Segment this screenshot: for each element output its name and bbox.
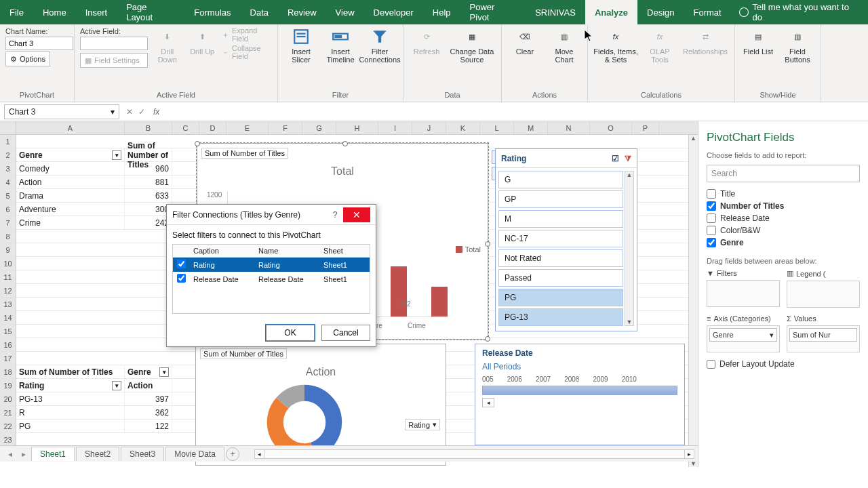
field-buttons-button[interactable]: ▥Field Buttons: [780, 27, 815, 64]
filter-icon[interactable]: ▾: [159, 367, 169, 377]
drill-down-button[interactable]: ⬇Drill Down: [152, 27, 182, 64]
pivot2-col-field[interactable]: Genre▾: [125, 365, 172, 378]
col-F[interactable]: F: [269, 121, 302, 134]
field-search-input[interactable]: Search: [707, 165, 860, 182]
vertical-scrollbar[interactable]: ▲▼: [688, 135, 698, 467]
table-row[interactable]: Action: [16, 176, 125, 188]
dialog-row[interactable]: Release DateRelease DateSheet1: [173, 272, 370, 286]
tab-help[interactable]: Help: [423, 0, 460, 24]
tab-pagelayout[interactable]: Page Layout: [117, 0, 184, 24]
values-pill[interactable]: Sum of Nur: [789, 328, 857, 342]
timeline-scroll-left[interactable]: ◂: [482, 398, 494, 407]
tab-view[interactable]: View: [326, 0, 364, 24]
slicer-item[interactable]: G: [498, 171, 623, 188]
tell-me[interactable]: Tell me what you want to do: [731, 0, 868, 24]
slicer-scrollbar[interactable]: ▲▼: [625, 171, 634, 326]
tab-nav-right[interactable]: ▸: [18, 449, 30, 459]
table-row[interactable]: Adventure: [16, 203, 125, 216]
pivot2-title[interactable]: Sum of Number of Titles: [16, 365, 125, 378]
table-row[interactable]: Comedy: [16, 162, 125, 175]
pivot1-row-field[interactable]: Genre▾: [16, 148, 125, 161]
ok-button[interactable]: OK: [266, 325, 315, 341]
cancel-formula-icon[interactable]: ✕: [123, 107, 136, 117]
horizontal-scrollbar[interactable]: ◂▸: [254, 449, 694, 459]
field-item[interactable]: Number of Titles: [707, 201, 860, 211]
tab-file[interactable]: File: [0, 0, 33, 24]
chart-name-input[interactable]: [5, 37, 73, 50]
help-button[interactable]: ?: [327, 210, 343, 220]
name-box[interactable]: Chart 3▾: [4, 104, 119, 119]
tab-developer[interactable]: Developer: [364, 0, 423, 24]
tab-design[interactable]: Design: [637, 0, 684, 24]
release-date-timeline[interactable]: Release Date All Periods 005200620072008…: [475, 344, 685, 445]
drill-up-button[interactable]: ⬆Drill Up: [186, 27, 217, 56]
insert-timeline-button[interactable]: Insert Timeline: [323, 27, 358, 64]
table-row[interactable]: PG-13: [16, 392, 125, 405]
col-I[interactable]: I: [378, 121, 412, 134]
move-chart-button[interactable]: ▥Move Chart: [547, 27, 582, 64]
tab-powerpivot[interactable]: Power Pivot: [460, 0, 526, 24]
collapse-field-button[interactable]: －Collapse Field: [222, 45, 272, 60]
select-all-cell[interactable]: [0, 121, 16, 134]
tab-nav-left[interactable]: ◂: [4, 449, 16, 459]
clear-button[interactable]: ⌫Clear: [507, 27, 542, 56]
tab-format[interactable]: Format: [684, 0, 730, 24]
table-row[interactable]: Drama: [16, 189, 125, 202]
values-dropzone[interactable]: Sum of Nur: [787, 325, 860, 352]
rating-slicer[interactable]: Rating ☑ ⧩ G GP M NC-17 Not Rated Passed…: [495, 148, 637, 331]
tab-home[interactable]: Home: [33, 0, 76, 24]
dialog-checkbox[interactable]: [177, 260, 186, 268]
col-M[interactable]: M: [514, 121, 548, 134]
filters-dropzone[interactable]: [707, 280, 780, 307]
col-C[interactable]: C: [172, 121, 199, 134]
scroll-left-icon[interactable]: ◂: [255, 450, 264, 458]
expand-field-button[interactable]: ＋Expand Field: [222, 27, 272, 42]
col-O[interactable]: O: [590, 121, 632, 134]
sheet-tab[interactable]: Sheet2: [76, 447, 119, 461]
filter-icon[interactable]: ▾: [112, 150, 121, 160]
field-item[interactable]: Title: [707, 189, 860, 199]
col-K[interactable]: K: [446, 121, 480, 134]
col-B[interactable]: B: [125, 121, 172, 134]
insert-slicer-button[interactable]: Insert Slicer: [283, 27, 319, 64]
cancel-button[interactable]: Cancel: [321, 325, 370, 341]
col-L[interactable]: L: [480, 121, 514, 134]
pivot1-value-header[interactable]: Sum of Number of Titles: [125, 148, 172, 161]
filter-connections-button[interactable]: Filter Connections: [362, 27, 397, 64]
tab-formulas[interactable]: Formulas: [184, 0, 240, 24]
table-row[interactable]: R: [16, 406, 125, 419]
axis-dropzone[interactable]: Genre▾: [707, 325, 780, 352]
rating-filter-button[interactable]: Rating▾: [405, 419, 440, 430]
field-item[interactable]: Color/B&W: [707, 226, 860, 235]
slicer-item[interactable]: NC-17: [498, 230, 623, 247]
table-row[interactable]: Crime: [16, 216, 125, 229]
chart-field-button[interactable]: Sum of Number of Titles: [200, 348, 287, 359]
tab-analyze[interactable]: Analyze: [585, 0, 637, 24]
col-N[interactable]: N: [548, 121, 590, 134]
worksheet-area[interactable]: A B C D E F G H I J K L M N O P 12345678…: [0, 121, 698, 467]
fields-items-sets-button[interactable]: fxFields, Items, & Sets: [593, 27, 638, 64]
scroll-right-icon[interactable]: ▸: [684, 450, 694, 458]
field-item[interactable]: Release Date: [707, 214, 860, 223]
new-sheet-button[interactable]: ＋: [226, 447, 239, 461]
slicer-item[interactable]: M: [498, 210, 623, 228]
sheet-tab[interactable]: Sheet1: [31, 447, 75, 461]
slicer-item[interactable]: Not Rated: [498, 249, 623, 267]
slicer-item[interactable]: PG-13: [498, 308, 623, 326]
col-H[interactable]: H: [336, 121, 378, 134]
active-field-input[interactable]: [80, 37, 148, 50]
slicer-item[interactable]: PG: [498, 289, 623, 306]
defer-layout-checkbox[interactable]: Defer Layout Update: [707, 359, 860, 369]
axis-pill[interactable]: Genre▾: [709, 328, 777, 342]
field-settings-button[interactable]: ▦ Field Settings: [80, 53, 148, 68]
enter-formula-icon[interactable]: ✓: [136, 107, 148, 117]
refresh-button[interactable]: ⟳Refresh: [409, 27, 444, 56]
clear-filter-icon[interactable]: ⧩: [625, 154, 631, 163]
close-button[interactable]: ✕: [343, 207, 370, 222]
table-row[interactable]: PG: [16, 420, 125, 432]
chart-field-button[interactable]: Sum of Number of Titles: [201, 148, 288, 159]
col-A[interactable]: A: [16, 121, 125, 134]
dialog-row[interactable]: RatingRatingSheet1: [173, 258, 370, 272]
filter-icon[interactable]: ▾: [112, 381, 121, 390]
relationships-button[interactable]: ⇄Relationships: [682, 27, 729, 56]
